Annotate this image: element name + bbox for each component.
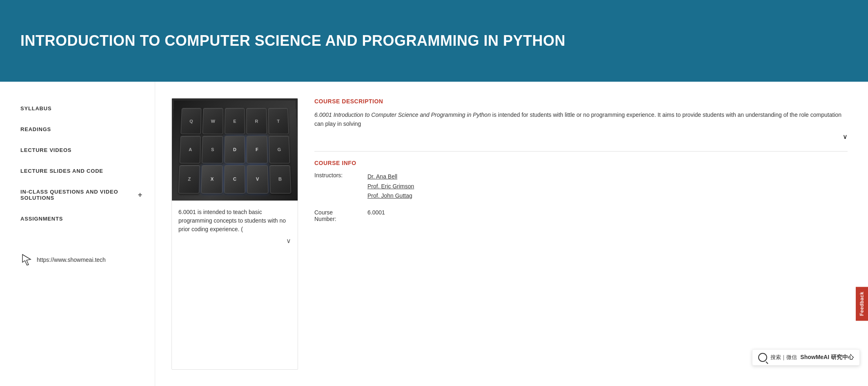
course-number-row: CourseNumber: 6.0001 <box>314 209 848 222</box>
sidebar-item-readings[interactable]: READINGS <box>20 119 142 140</box>
watermark-search-text: 搜索｜微信 <box>770 354 797 361</box>
search-icon <box>758 353 767 362</box>
instructor-ana-bell[interactable]: Dr. Ana Bell <box>367 172 414 182</box>
main-content: SYLLABUSREADINGSLECTURE VIDEOSLECTURE SL… <box>0 82 868 386</box>
key-q: Q <box>180 108 201 134</box>
sidebar-footer: https://www.showmeai.tech <box>20 254 142 266</box>
sidebar-item-in-class-questions[interactable]: IN-CLASS QUESTIONS AND VIDEO SOLUTIONS+ <box>20 181 142 208</box>
content-area: QWERTASDFGZXCVB 6.0001 is intended to te… <box>155 82 868 386</box>
instructors-row: Instructors: Dr. Ana Bell Prof. Eric Gri… <box>314 172 848 201</box>
course-info-title: COURSE INFO <box>314 160 848 166</box>
page-title: INTRODUCTION TO COMPUTER SCIENCE AND PRO… <box>20 32 565 49</box>
cursor-icon <box>20 254 33 266</box>
keyboard-visual: QWERTASDFGZXCVB <box>172 100 298 201</box>
instructors-list: Dr. Ana Bell Prof. Eric Grimson Prof. Jo… <box>367 172 414 201</box>
key-d: D <box>225 136 245 163</box>
course-description-section: COURSE DESCRIPTION 6.0001 Introduction t… <box>314 98 848 145</box>
key-t: T <box>268 108 289 134</box>
key-f: F <box>247 136 267 163</box>
course-card-text: 6.0001 is intended to teach basic progra… <box>178 208 291 234</box>
sidebar: SYLLABUSREADINGSLECTURE VIDEOSLECTURE SL… <box>0 82 155 386</box>
key-v: V <box>247 165 269 194</box>
key-z: Z <box>178 165 200 194</box>
sidebar-label-assignments: ASSIGNMENTS <box>20 216 63 222</box>
watermark-brand: ShowMeAI 研究中心 <box>800 354 854 361</box>
course-number-label: CourseNumber: <box>314 209 355 222</box>
sidebar-item-lecture-videos[interactable]: LECTURE VIDEOS <box>20 140 142 161</box>
key-g: G <box>269 136 290 163</box>
course-image: QWERTASDFGZXCVB <box>172 98 298 201</box>
sidebar-footer-url[interactable]: https://www.showmeai.tech <box>37 257 106 263</box>
sidebar-item-lecture-slides[interactable]: LECTURE SLIDES AND CODE <box>20 161 142 181</box>
description-italic: 6.0001 Introduction to Computer Science … <box>314 112 491 118</box>
sidebar-label-syllabus: SYLLABUS <box>20 105 51 112</box>
expand-icon[interactable]: ∨ <box>286 237 291 245</box>
key-c: C <box>224 165 245 194</box>
description-expand[interactable]: ∨ <box>314 129 848 145</box>
key-s: S <box>202 136 223 163</box>
instructor-eric-grimson[interactable]: Prof. Eric Grimson <box>367 182 414 192</box>
key-b: B <box>269 165 292 194</box>
instructors-label: Instructors: <box>314 172 355 178</box>
course-number-value: 6.0001 <box>367 209 385 216</box>
key-r: R <box>246 108 267 134</box>
course-card-expand[interactable]: ∨ <box>178 237 291 245</box>
sidebar-label-in-class-questions: IN-CLASS QUESTIONS AND VIDEO SOLUTIONS <box>20 189 138 201</box>
sidebar-label-readings: READINGS <box>20 126 51 132</box>
key-w: W <box>203 108 223 134</box>
course-description-title: COURSE DESCRIPTION <box>314 98 848 105</box>
sidebar-label-lecture-slides: LECTURE SLIDES AND CODE <box>20 168 103 174</box>
course-info-section: COURSE INFO Instructors: Dr. Ana Bell Pr… <box>314 160 848 222</box>
instructor-john-guttag[interactable]: Prof. John Guttag <box>367 191 414 201</box>
description-expand-icon[interactable]: ∨ <box>843 133 848 141</box>
header-banner: INTRODUCTION TO COMPUTER SCIENCE AND PRO… <box>0 0 868 82</box>
showmeai-watermark: 搜索｜微信 ShowMeAI 研究中心 <box>752 349 860 366</box>
feedback-tab[interactable]: Feedback <box>856 287 868 321</box>
course-card-body: 6.0001 is intended to teach basic progra… <box>172 201 298 252</box>
sidebar-item-assignments[interactable]: ASSIGNMENTS <box>20 208 142 229</box>
key-x: X <box>201 165 223 194</box>
sidebar-item-syllabus[interactable]: SYLLABUS <box>20 98 142 119</box>
course-description-text: 6.0001 Introduction to Computer Science … <box>314 110 848 129</box>
key-a: A <box>180 136 201 163</box>
sidebar-label-lecture-videos: LECTURE VIDEOS <box>20 147 71 153</box>
course-card: QWERTASDFGZXCVB 6.0001 is intended to te… <box>171 98 298 370</box>
section-divider <box>314 151 848 152</box>
plus-icon[interactable]: + <box>138 191 142 199</box>
key-e: E <box>225 108 245 134</box>
course-info-panel: COURSE DESCRIPTION 6.0001 Introduction t… <box>314 98 848 370</box>
